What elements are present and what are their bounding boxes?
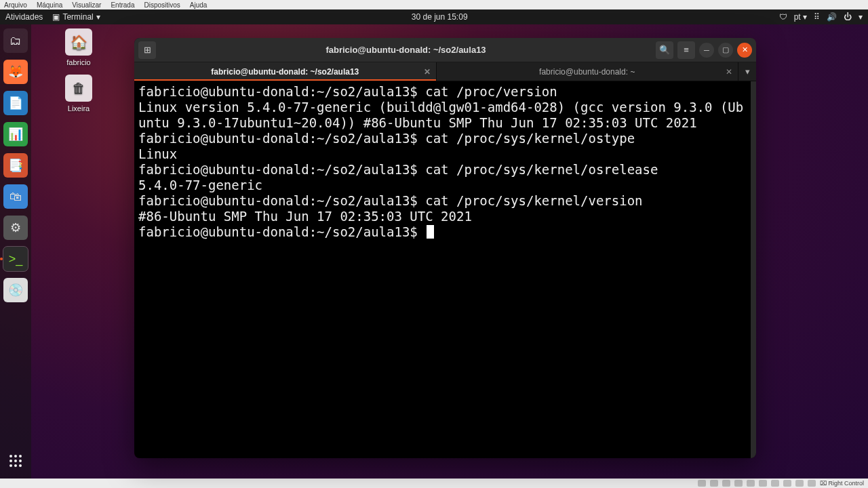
- close-button[interactable]: ✕: [737, 43, 752, 58]
- disc-icon: 💿: [8, 283, 23, 298]
- close-icon: ✕: [742, 45, 748, 54]
- vb-menu-item[interactable]: Visualizar: [72, 1, 101, 9]
- dock-app-files[interactable]: 🗂: [3, 28, 28, 53]
- search-button[interactable]: 🔍: [656, 41, 673, 59]
- activities-button[interactable]: Atividades: [5, 12, 43, 22]
- tab-close-button[interactable]: ✕: [726, 67, 732, 77]
- chevron-down-icon: ▾: [745, 66, 750, 77]
- vb-display-icon[interactable]: [771, 480, 779, 487]
- clock[interactable]: 30 de jun 15:09: [412, 12, 468, 22]
- vb-recording-icon[interactable]: [783, 480, 791, 487]
- tab-close-button[interactable]: ✕: [424, 67, 431, 77]
- vb-menu-item[interactable]: Entrada: [111, 1, 134, 9]
- desktop-icon-trash[interactable]: 🗑 Lixeira: [58, 75, 99, 113]
- new-tab-button[interactable]: ⊞: [138, 41, 156, 59]
- files-icon: 🗂: [9, 34, 22, 48]
- vb-optical-icon[interactable]: [710, 480, 718, 487]
- vb-menu-item[interactable]: Máquina: [37, 1, 62, 9]
- desktop-icon-home[interactable]: 🏠 fabricio: [58, 28, 99, 66]
- dock-app-terminal[interactable]: >_: [3, 247, 28, 271]
- dock-app-impress[interactable]: 📑: [3, 153, 28, 178]
- new-tab-icon: ⊞: [144, 45, 151, 55]
- terminal-tab[interactable]: fabricio@ubuntu-donald: ~ ✕: [437, 62, 739, 81]
- keyboard-layout[interactable]: pt ▾: [794, 12, 807, 22]
- terminal-tab-bar: fabricio@ubuntu-donald: ~/so2/aula13 ✕ f…: [134, 62, 756, 81]
- desktop: 🗂 🦊 📄 📊 📑 🛍 ⚙ >_ 💿 🏠 fabricio 🗑 Lixeira: [0, 24, 868, 479]
- svg-point-3: [9, 460, 12, 462]
- gnome-top-bar: Atividades ▣ Terminal ▾ 30 de jun 15:09 …: [0, 9, 868, 24]
- svg-point-2: [19, 455, 22, 458]
- terminal-tab[interactable]: fabricio@ubuntu-donald: ~/so2/aula13 ✕: [134, 62, 437, 81]
- desktop-icon-label: Lixeira: [58, 104, 99, 113]
- vb-cpu-icon[interactable]: [795, 480, 804, 487]
- firefox-icon: 🦊: [8, 64, 23, 79]
- maximize-icon: ▢: [722, 45, 729, 54]
- presentation-icon: 📑: [8, 158, 23, 173]
- search-icon: 🔍: [659, 45, 670, 55]
- trash-icon: 🗑: [65, 75, 92, 102]
- vb-mouse-icon[interactable]: [808, 480, 816, 487]
- tab-dropdown-button[interactable]: ▾: [738, 62, 756, 81]
- minimize-icon: ─: [704, 46, 709, 54]
- svg-point-8: [19, 464, 22, 467]
- desktop-icon-label: fabricio: [58, 58, 99, 66]
- minimize-button[interactable]: ─: [699, 43, 714, 58]
- terminal-content[interactable]: fabricio@ubuntu-donald:~/so2/aula13$ cat…: [134, 81, 756, 458]
- vb-host-key[interactable]: ⌧ Right Control: [820, 480, 864, 487]
- app-menu[interactable]: ▣ Terminal ▾: [52, 12, 100, 22]
- vb-hdd-icon[interactable]: [698, 480, 706, 487]
- network-icon[interactable]: ⠿: [814, 12, 820, 22]
- menu-icon: ≡: [684, 45, 689, 55]
- dock-app-firefox[interactable]: 🦊: [3, 60, 28, 84]
- vb-network-icon[interactable]: [734, 480, 743, 487]
- dock-app-settings[interactable]: ⚙: [3, 216, 28, 240]
- virtualbox-menubar: Arquivo Máquina Visualizar Entrada Dispo…: [0, 0, 868, 9]
- terminal-titlebar[interactable]: ⊞ fabricio@ubuntu-donald: ~/so2/aula13 🔍…: [134, 38, 756, 62]
- vb-usb-icon[interactable]: [747, 480, 755, 487]
- window-title: fabricio@ubuntu-donald: ~/so2/aula13: [160, 45, 652, 55]
- document-icon: 📄: [8, 96, 23, 110]
- chevron-down-icon[interactable]: ▾: [859, 12, 863, 22]
- svg-point-6: [9, 464, 12, 467]
- hamburger-menu-button[interactable]: ≡: [677, 41, 695, 59]
- dock-app-disc[interactable]: 💿: [3, 278, 28, 302]
- spreadsheet-icon: 📊: [8, 127, 23, 142]
- grid-icon: [8, 453, 23, 468]
- tab-label: fabricio@ubuntu-donald: ~: [539, 67, 635, 77]
- svg-point-0: [9, 455, 12, 458]
- vb-menu-item[interactable]: Ajuda: [190, 1, 208, 9]
- svg-point-5: [19, 460, 22, 462]
- home-folder-icon: 🏠: [65, 28, 92, 56]
- show-applications-button[interactable]: [3, 449, 28, 473]
- terminal-window: ⊞ fabricio@ubuntu-donald: ~/so2/aula13 🔍…: [134, 38, 756, 458]
- bag-icon: 🛍: [9, 190, 22, 204]
- app-menu-label: Terminal: [62, 12, 93, 22]
- maximize-button[interactable]: ▢: [718, 43, 733, 58]
- dock-app-software[interactable]: 🛍: [3, 184, 28, 209]
- svg-point-1: [14, 455, 17, 458]
- gear-icon: ⚙: [10, 220, 21, 235]
- dock: 🗂 🦊 📄 📊 📑 🛍 ⚙ >_ 💿: [0, 24, 31, 479]
- vb-menu-item[interactable]: Dispositivos: [144, 1, 180, 9]
- svg-point-4: [14, 460, 17, 462]
- tab-label: fabricio@ubuntu-donald: ~/so2/aula13: [211, 67, 359, 77]
- vb-audio-icon[interactable]: [722, 480, 730, 487]
- vb-shared-folder-icon[interactable]: [759, 480, 767, 487]
- shield-icon[interactable]: 🛡: [779, 12, 787, 22]
- volume-icon[interactable]: 🔊: [827, 12, 837, 22]
- dock-app-calc[interactable]: 📊: [3, 122, 28, 146]
- virtualbox-status-bar: ⌧ Right Control: [0, 479, 868, 488]
- power-icon[interactable]: ⏻: [844, 12, 852, 22]
- vb-menu-item[interactable]: Arquivo: [4, 1, 27, 9]
- terminal-icon: >_: [9, 252, 23, 266]
- svg-point-7: [14, 464, 17, 467]
- terminal-icon: ▣: [52, 12, 60, 22]
- dock-app-writer[interactable]: 📄: [3, 91, 28, 115]
